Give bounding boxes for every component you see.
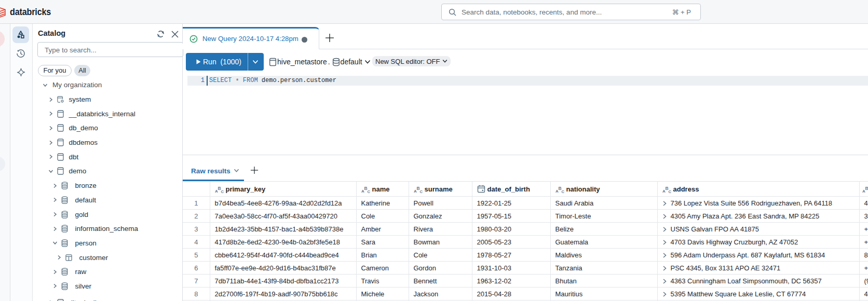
svg-text:C: C xyxy=(668,189,671,193)
svg-text:C: C xyxy=(419,189,423,193)
svg-text:C: C xyxy=(367,189,370,193)
svg-text:C: C xyxy=(221,189,224,193)
svg-text:C: C xyxy=(561,189,564,193)
